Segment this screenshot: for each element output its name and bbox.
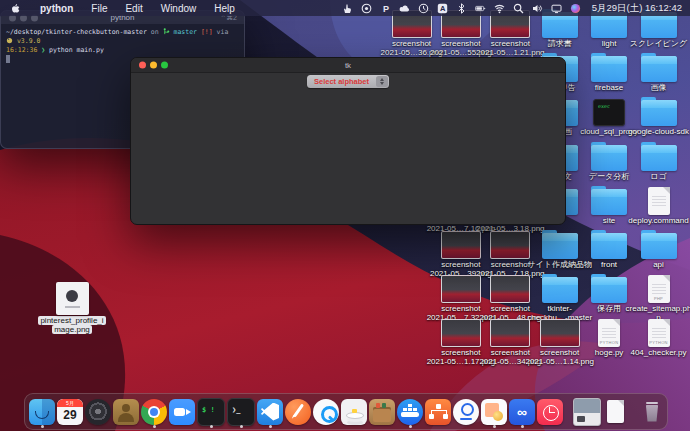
- dock-vscode[interactable]: [257, 395, 283, 428]
- menu-help[interactable]: Help: [205, 3, 244, 14]
- volume-icon[interactable]: [531, 2, 545, 14]
- cloud-icon[interactable]: [398, 2, 412, 14]
- dock-quicktime[interactable]: [313, 395, 339, 428]
- apple-menu-icon[interactable]: [10, 3, 21, 14]
- running-indicator: [41, 425, 44, 428]
- terminal-command-line: 16:12:36 ❯ python main.py: [6, 46, 239, 55]
- running-indicator: [153, 425, 156, 428]
- dock-lens-app[interactable]: [85, 395, 111, 428]
- menu-bar-clock[interactable]: 5月29日(土) 16:12:42: [592, 2, 682, 15]
- tk-window-title: tk: [345, 61, 351, 70]
- running-indicator: [210, 425, 213, 428]
- folder-icon: [641, 56, 677, 82]
- desktop-icon-ロゴ[interactable]: ロゴ: [623, 139, 690, 182]
- folder-icon: [641, 145, 677, 171]
- menu-window[interactable]: Window: [152, 3, 206, 14]
- exec-icon: [593, 99, 625, 126]
- svg-text:P: P: [383, 4, 389, 14]
- profile-image-icon: [56, 282, 89, 315]
- document-file-icon: [603, 399, 629, 425]
- git-branch-icon: [163, 28, 170, 35]
- minimize-button[interactable]: [150, 62, 157, 69]
- dock-bag-app[interactable]: [369, 395, 395, 428]
- desktop-icon-google-cloud-sdk[interactable]: google-cloud-sdk: [623, 94, 690, 137]
- menu-edit[interactable]: Edit: [116, 3, 151, 14]
- dock-sequel-pro[interactable]: [341, 395, 367, 428]
- wifi-icon[interactable]: [493, 2, 507, 14]
- dock-iterm[interactable]: [197, 395, 225, 428]
- dock-document-file[interactable]: [603, 395, 629, 428]
- tk-window[interactable]: tk Select alphabet: [130, 57, 566, 225]
- bluetooth-icon[interactable]: [455, 2, 469, 14]
- zoom-icon: [169, 399, 195, 425]
- folder-icon: [641, 100, 677, 126]
- icon-label: 画像: [623, 84, 690, 93]
- dock-infinity-app[interactable]: ∞: [509, 395, 535, 428]
- running-indicator: [409, 425, 412, 428]
- tk-titlebar[interactable]: tk: [131, 58, 565, 73]
- close-button[interactable]: [139, 62, 146, 69]
- dock-contacts-app[interactable]: [113, 395, 139, 428]
- doc-icon: [648, 187, 670, 215]
- dock-chrome[interactable]: [141, 395, 167, 428]
- docker-icon: [397, 399, 423, 425]
- dock-minimized-window[interactable]: [573, 395, 601, 428]
- dock-zoom[interactable]: [169, 395, 195, 428]
- doc-icon: PYTHON: [598, 319, 620, 347]
- letter-p-icon[interactable]: P: [379, 2, 393, 14]
- desktop-icon-api[interactable]: api: [623, 227, 690, 270]
- alphabet-dropdown[interactable]: Select alphabet: [307, 75, 389, 88]
- infinity-app-icon: ∞: [509, 399, 535, 425]
- dropdown-arrows-icon: [376, 76, 388, 87]
- terminal-cursor: [6, 55, 10, 63]
- vscode-icon: [257, 399, 283, 425]
- dock-sticky-app[interactable]: [481, 395, 507, 428]
- desktop-icon-画像[interactable]: 画像: [623, 50, 690, 93]
- icon-label: ロゴ: [623, 173, 690, 182]
- tk-traffic-lights[interactable]: [139, 62, 168, 69]
- clock-app-icon: [537, 399, 563, 425]
- dropdown-selected-value: Select alphabet: [307, 77, 376, 86]
- dock-clock-app[interactable]: [537, 395, 563, 428]
- doc-icon: PYTHON: [648, 319, 670, 347]
- running-indicator: [493, 425, 496, 428]
- clock-icon[interactable]: [417, 2, 431, 14]
- zoom-button[interactable]: [161, 62, 168, 69]
- quicktime-icon: [313, 399, 339, 425]
- menu-file[interactable]: File: [82, 3, 116, 14]
- icon-label: google-cloud-sdk: [623, 128, 690, 137]
- iterm-icon: [197, 398, 225, 426]
- dock-trash[interactable]: [639, 395, 665, 428]
- bag-app-icon: [369, 399, 395, 425]
- svg-text:A: A: [440, 4, 446, 13]
- terminal-icon: [227, 398, 255, 426]
- desktop-icon-deploy.command[interactable]: deploy.command: [623, 183, 690, 226]
- chrome-icon: [141, 399, 167, 425]
- display-icon[interactable]: [550, 2, 564, 14]
- icon-label: api: [623, 261, 690, 270]
- battery-icon[interactable]: [474, 2, 488, 14]
- desktop-icon-pinterest_profile_i[interactable]: pinterest_profile_image.png: [36, 283, 108, 334]
- finder-icon: [29, 399, 55, 425]
- desktop-icon-404_checker.py[interactable]: PYTHON404_checker.py: [623, 315, 690, 358]
- running-indicator: [240, 425, 243, 428]
- dock-sitemap-app[interactable]: [425, 395, 451, 428]
- terminal-prompt-line: ~/desktop/tkinter-checkbutton-master on …: [6, 28, 239, 46]
- doc-icon: PHP: [648, 275, 670, 303]
- trash-icon: [639, 399, 665, 425]
- shutter-icon[interactable]: [360, 2, 374, 14]
- sequel-pro-icon: [341, 399, 367, 425]
- dock-circle-app[interactable]: [453, 395, 479, 428]
- spotlight-icon[interactable]: [512, 2, 526, 14]
- dock-calendar[interactable]: 5月29: [57, 395, 83, 428]
- siri-icon[interactable]: [569, 2, 583, 14]
- menu-python[interactable]: python: [31, 3, 82, 14]
- dock-terminal[interactable]: [227, 395, 255, 428]
- dock-docker[interactable]: [397, 395, 423, 428]
- lens-app-icon: [85, 399, 111, 425]
- sitemap-app-icon: [425, 399, 451, 425]
- input-a-icon[interactable]: A: [436, 2, 450, 14]
- dock-finder[interactable]: [29, 395, 55, 428]
- dock-pen-app[interactable]: [285, 395, 311, 428]
- hand-icon[interactable]: [341, 2, 355, 14]
